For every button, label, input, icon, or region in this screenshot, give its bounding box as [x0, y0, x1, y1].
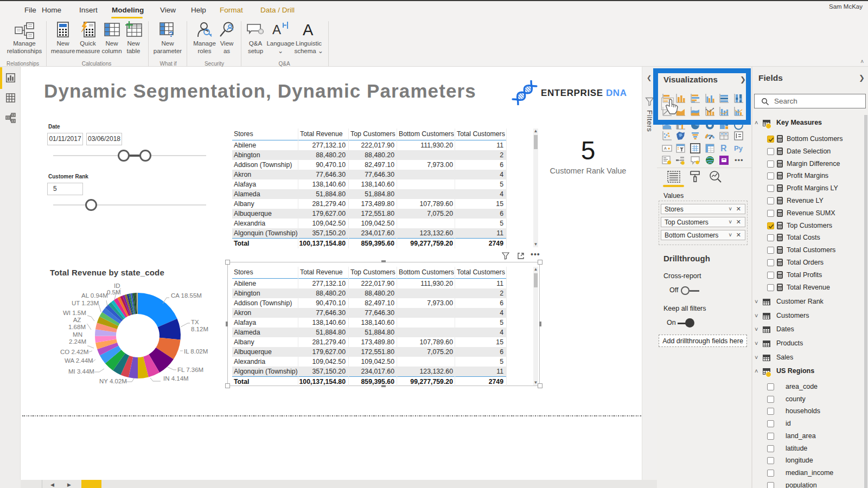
svg-text:A: A	[664, 146, 667, 150]
svg-text:A: A	[303, 21, 314, 37]
svg-text:?: ?	[169, 29, 174, 37]
svg-text:A: A	[272, 22, 281, 37]
svg-text:R: R	[720, 144, 727, 153]
svg-text:Py: Py	[734, 144, 743, 152]
